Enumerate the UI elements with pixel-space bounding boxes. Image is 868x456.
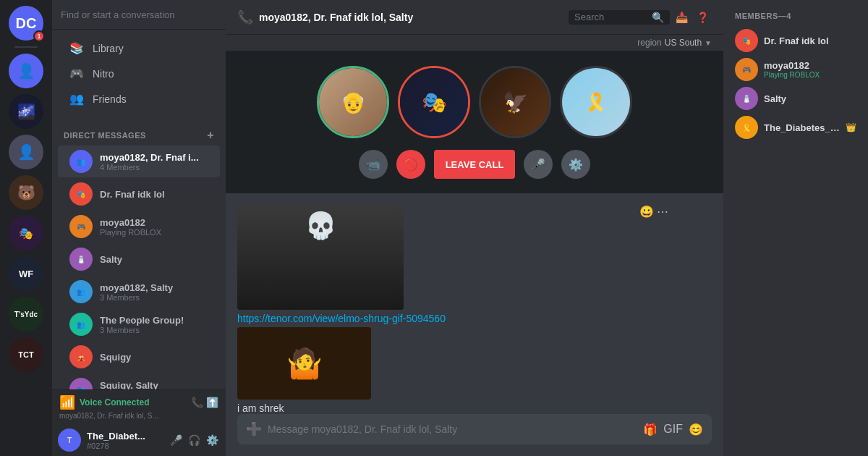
message-link[interactable]: https://tenor.com/view/elmo-shrug-gif-50… bbox=[237, 313, 712, 324]
headset-icon[interactable]: 🎧 bbox=[187, 433, 202, 447]
dm-sub-moya: Playing ROBLOX bbox=[100, 228, 161, 237]
dm-info-people-group: The People Group! 3 Members bbox=[100, 315, 184, 334]
voice-sub-text: moya0182, Dr. Fnaf idk lol, S... bbox=[59, 412, 218, 420]
dm-avatar-salty: 🧂 bbox=[69, 248, 93, 271]
server-icon-tsydc[interactable]: T'sYdc bbox=[9, 297, 43, 332]
server-icon-2[interactable]: 🌌 bbox=[9, 94, 43, 129]
member-item-moya[interactable]: 🎮 moya0182 Playing ROBLOX bbox=[729, 55, 862, 84]
member-avatar-diabetes: 🎗️ bbox=[735, 116, 758, 139]
dm-name-moya-salty: moya0182, Salty bbox=[100, 282, 173, 293]
find-conversation-text: Find or start a conversation bbox=[61, 9, 175, 20]
dm-info-moya-salty: moya0182, Salty 3 Members bbox=[100, 282, 173, 302]
dm-avatar-people-group: 👥 bbox=[69, 313, 93, 336]
participant-2: 🎭 bbox=[398, 66, 470, 138]
dm-name-active: moya0182, Dr. Fnaf i... bbox=[100, 152, 199, 163]
dm-avatar-active: 👥 bbox=[69, 150, 93, 173]
nav-library[interactable]: 📚 Library bbox=[58, 35, 220, 61]
call-controls: 📹 🚫 LEAVE CALL 🎤 ⚙️ bbox=[359, 150, 591, 179]
message-more-icon[interactable]: ⋯ bbox=[657, 205, 668, 219]
nav-nitro[interactable]: 🎮 Nitro bbox=[58, 61, 220, 86]
dm-name-people-group: The People Group! bbox=[100, 315, 184, 326]
inbox-icon[interactable]: 📥 bbox=[673, 9, 691, 26]
member-info-salty: Salty bbox=[764, 93, 786, 104]
server-icon-5[interactable]: 🎭 bbox=[9, 216, 43, 250]
discord-home-icon[interactable]: DC 1 bbox=[9, 6, 43, 41]
gif-icon[interactable]: GIF bbox=[663, 423, 683, 436]
dm-avatar-squigy-salty: 👥 bbox=[69, 378, 93, 389]
dm-list: 👥 moya0182, Dr. Fnaf i... 4 Members 🎭 Dr… bbox=[52, 145, 226, 389]
member-sub-moya: Playing ROBLOX bbox=[764, 71, 820, 79]
dm-info-squigy-salty: Squigy, Salty 3 Members bbox=[100, 380, 158, 390]
search-bar-top[interactable]: Find or start a conversation bbox=[52, 0, 226, 30]
server-icon-3[interactable]: 👤 bbox=[9, 135, 43, 169]
add-dm-button[interactable]: + bbox=[207, 129, 214, 142]
chat-input-container: ➕ 🎁 GIF 😊 bbox=[237, 414, 712, 444]
dm-item-drfnaf[interactable]: 🎭 Dr. Fnaf idk lol bbox=[58, 178, 220, 210]
gif-preview: 🤷 bbox=[237, 327, 371, 400]
server-icon-tct[interactable]: TCT bbox=[9, 337, 43, 372]
nav-friends[interactable]: 👥 Friends bbox=[58, 86, 220, 111]
search-input[interactable] bbox=[574, 12, 649, 22]
call-header-phone-icon: 📞 bbox=[237, 9, 253, 25]
gift-icon[interactable]: 🎁 bbox=[643, 423, 658, 436]
member-avatar-salty: 🧂 bbox=[735, 87, 758, 110]
mic-button[interactable]: 🎤 bbox=[524, 150, 553, 179]
search-icon: 🔍 bbox=[652, 12, 664, 23]
emoji-icon[interactable]: 😊 bbox=[689, 423, 703, 436]
message-content-1: 💀 https://tenor.com/view/elmo-shrug-gif-… bbox=[237, 205, 712, 414]
skull-emoji-icon: 💀 bbox=[305, 211, 337, 240]
dm-item-squigy-salty[interactable]: 👥 Squigy, Salty 3 Members bbox=[58, 373, 220, 389]
voice-phone-icon[interactable]: 📞 bbox=[191, 397, 203, 408]
server-sidebar: DC 1 👤 🌌 👤 🐻 🎭 WF T'sYdc TCT bbox=[0, 0, 52, 456]
dm-info-moya: moya0182 Playing ROBLOX bbox=[100, 217, 161, 237]
dm-item-salty[interactable]: 🧂 Salty bbox=[58, 243, 220, 275]
user-bar-actions: 🎤 🎧 ⚙️ bbox=[169, 433, 220, 447]
participant-1: 👴 bbox=[317, 66, 389, 138]
video-off-button[interactable]: 🚫 bbox=[396, 150, 425, 179]
region-value-text[interactable]: US South bbox=[665, 38, 702, 48]
server-divider bbox=[14, 46, 38, 48]
dm-name-squigy-salty: Squigy, Salty bbox=[100, 380, 158, 390]
member-item-drfnaf[interactable]: 🎭 Dr. Fnaf idk lol bbox=[729, 26, 862, 55]
elmo-gif-icon: 🤷 bbox=[286, 347, 323, 381]
server-icon-wf[interactable]: WF bbox=[9, 256, 43, 291]
member-item-diabetes[interactable]: 🎗️ The_Diabetes_War... 👑 bbox=[729, 113, 862, 142]
server-icon-1[interactable]: 👤 bbox=[9, 54, 43, 88]
server-icon-4[interactable]: 🐻 bbox=[9, 175, 43, 210]
dm-info-salty: Salty bbox=[100, 254, 122, 265]
help-icon[interactable]: ❓ bbox=[694, 9, 712, 26]
dm-item-people-group[interactable]: 👥 The People Group! 3 Members bbox=[58, 308, 220, 340]
message-image: 💀 bbox=[237, 205, 404, 310]
dm-name-salty: Salty bbox=[100, 254, 122, 265]
friends-icon: 👥 bbox=[69, 92, 84, 106]
dm-section-label: DIRECT MESSAGES bbox=[64, 131, 146, 140]
member-name-diabetes: The_Diabetes_War... bbox=[764, 122, 840, 133]
leave-call-button[interactable]: LEAVE CALL bbox=[434, 150, 516, 179]
user-settings-icon[interactable]: ⚙️ bbox=[205, 433, 220, 447]
user-bar-info: The_Diabet... #0278 bbox=[87, 431, 163, 450]
chat-input-area: ➕ 🎁 GIF 😊 bbox=[226, 414, 723, 456]
video-call-area: 👴 🎭 🦅 🎗️ 📹 bbox=[226, 51, 723, 193]
chat-area: 💀 https://tenor.com/view/elmo-shrug-gif-… bbox=[226, 193, 723, 414]
chat-input[interactable] bbox=[268, 416, 637, 442]
header-actions: 🔍 📥 ❓ bbox=[569, 9, 712, 26]
dm-item-moya[interactable]: 🎮 moya0182 Playing ROBLOX bbox=[58, 211, 220, 242]
voice-expand-icon[interactable]: ⬆️ bbox=[206, 397, 218, 408]
search-container[interactable]: 🔍 bbox=[569, 10, 670, 25]
member-item-salty[interactable]: 🧂 Salty bbox=[729, 84, 862, 113]
main-content: 📞 moya0182, Dr. Fnaf idk lol, Salty 🔍 📥 … bbox=[226, 0, 723, 456]
dm-item-squigy[interactable]: 🎪 Squigy bbox=[58, 341, 220, 373]
voice-signal-icon: 📶 bbox=[59, 394, 75, 410]
add-attachment-icon[interactable]: ➕ bbox=[246, 414, 262, 444]
dm-item-moya-salty[interactable]: 👥 moya0182, Salty 3 Members bbox=[58, 276, 220, 308]
dm-avatar-moya: 🎮 bbox=[69, 215, 93, 238]
user-name: The_Diabet... bbox=[87, 431, 163, 442]
reaction-add-icon[interactable]: 😀 bbox=[639, 205, 654, 219]
dm-sub-people-group: 3 Members bbox=[100, 326, 184, 334]
participant-4: 🎗️ bbox=[560, 66, 632, 138]
dm-item-active[interactable]: 👥 moya0182, Dr. Fnaf i... 4 Members bbox=[58, 145, 220, 177]
dm-name-drfnaf: Dr. Fnaf idk lol bbox=[100, 189, 165, 200]
call-settings-button[interactable]: ⚙️ bbox=[561, 150, 590, 179]
video-button[interactable]: 📹 bbox=[359, 150, 388, 179]
mic-toggle-icon[interactable]: 🎤 bbox=[169, 433, 184, 447]
